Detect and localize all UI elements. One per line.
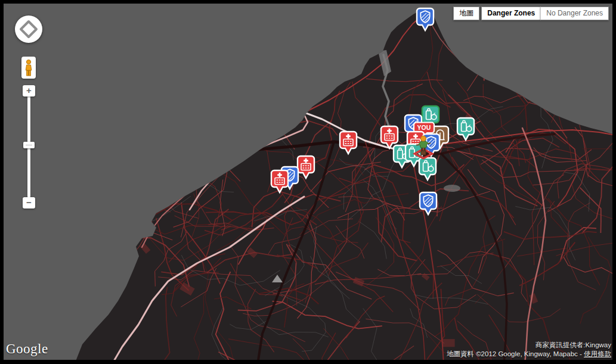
map-canvas[interactable] [0,0,616,364]
pan-up-arrow-icon[interactable] [25,21,32,25]
attribution-copyright: 地圖資料 ©2012 Google, Kingway, Mapabc - 使用條… [447,350,611,359]
map-attribution: 商家資訊提供者:Kingway 地圖資料 ©2012 Google, Kingw… [447,341,611,359]
pan-left-arrow-icon[interactable] [21,26,24,33]
window-frame [0,0,616,4]
marker-shelter[interactable] [418,191,438,217]
marker-food[interactable] [456,116,476,142]
window-frame [0,0,4,364]
copyright-text: 地圖資料 ©2012 Google, Kingway, Mapabc - [447,350,584,357]
pan-control[interactable] [15,15,42,43]
map-type-toolbar: 地圖 Danger Zones No Danger Zones [453,7,609,20]
marker-hospital[interactable] [338,130,358,156]
app-window: YOU [0,0,616,364]
zoom-out-button[interactable]: − [23,197,35,209]
pan-down-arrow-icon[interactable] [25,33,32,37]
pegman-icon [23,59,34,77]
zoom-in-button[interactable]: + [23,85,35,97]
player-avatar-marker[interactable] [412,132,435,160]
pan-right-arrow-icon[interactable] [33,26,36,33]
map-viewport[interactable]: YOU [0,0,616,364]
marker-food[interactable] [417,156,438,182]
attribution-providers: 商家資訊提供者:Kingway [447,341,611,350]
terms-of-use-link[interactable]: 使用條款 [584,350,611,357]
zoom-slider-thumb[interactable] [23,142,35,148]
marker-shelter[interactable] [415,7,435,33]
marker-hospital[interactable] [270,169,290,195]
window-frame [612,0,616,364]
pegman-street-view-control[interactable] [21,57,36,79]
window-frame [0,360,616,364]
no-danger-zones-button[interactable]: No Danger Zones [540,7,609,20]
danger-zones-button[interactable]: Danger Zones [481,7,540,20]
google-logo[interactable]: Google [6,341,48,357]
map-type-button[interactable]: 地圖 [453,7,479,20]
